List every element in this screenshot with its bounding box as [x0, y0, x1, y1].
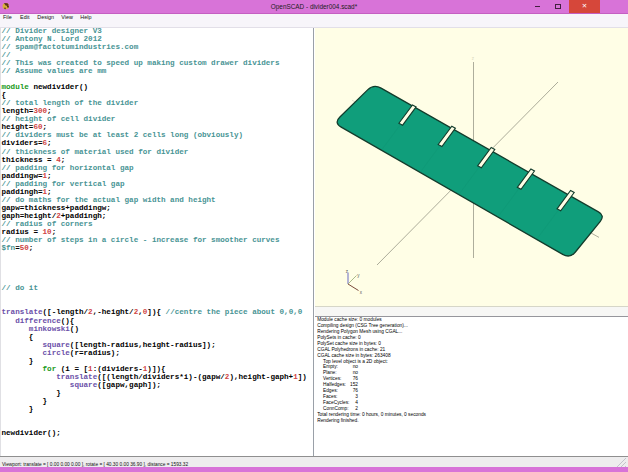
svg-text:x: x	[360, 290, 363, 295]
svg-text:z: z	[472, 56, 475, 61]
svg-text:y: y	[357, 273, 360, 278]
